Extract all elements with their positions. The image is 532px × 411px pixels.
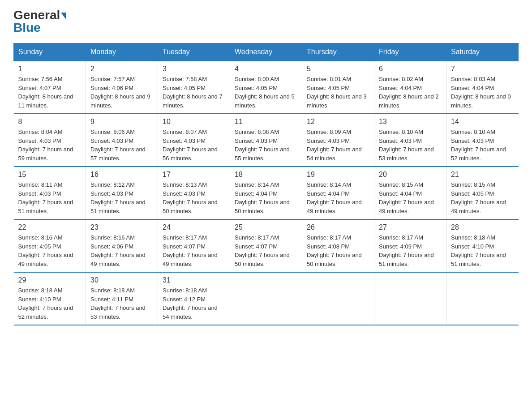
day-number: 28 bbox=[451, 223, 514, 231]
day-info: Sunrise: 8:13 AMSunset: 4:03 PMDaylight:… bbox=[163, 180, 225, 215]
day-cell: 18 Sunrise: 8:14 AMSunset: 4:04 PMDaylig… bbox=[230, 167, 302, 219]
day-info: Sunrise: 8:11 AMSunset: 4:03 PMDaylight:… bbox=[18, 180, 82, 215]
day-cell: 16 Sunrise: 8:12 AMSunset: 4:03 PMDaylig… bbox=[86, 167, 158, 219]
day-cell: 10 Sunrise: 8:07 AMSunset: 4:03 PMDaylig… bbox=[158, 114, 230, 167]
day-cell: 8 Sunrise: 8:04 AMSunset: 4:03 PMDayligh… bbox=[14, 114, 86, 167]
week-row-4: 22 Sunrise: 8:16 AMSunset: 4:05 PMDaylig… bbox=[14, 219, 519, 272]
day-cell: 19 Sunrise: 8:14 AMSunset: 4:04 PMDaylig… bbox=[302, 167, 374, 219]
day-number: 8 bbox=[18, 118, 82, 126]
day-number: 14 bbox=[451, 118, 514, 126]
day-info: Sunrise: 8:15 AMSunset: 4:04 PMDaylight:… bbox=[379, 180, 442, 215]
day-number: 13 bbox=[379, 118, 442, 126]
day-info: Sunrise: 8:16 AMSunset: 4:05 PMDaylight:… bbox=[18, 233, 82, 268]
day-cell: 31 Sunrise: 8:18 AMSunset: 4:12 PMDaylig… bbox=[158, 272, 230, 325]
day-info: Sunrise: 8:17 AMSunset: 4:07 PMDaylight:… bbox=[163, 233, 225, 268]
logo-line1: General bbox=[13, 9, 66, 21]
day-number: 3 bbox=[163, 65, 225, 73]
day-info: Sunrise: 8:14 AMSunset: 4:04 PMDaylight:… bbox=[307, 180, 369, 215]
day-info: Sunrise: 8:12 AMSunset: 4:03 PMDaylight:… bbox=[90, 180, 153, 215]
day-number: 17 bbox=[163, 171, 225, 179]
day-cell: 26 Sunrise: 8:17 AMSunset: 4:08 PMDaylig… bbox=[302, 219, 374, 272]
calendar-table: SundayMondayTuesdayWednesdayThursdayFrid… bbox=[13, 43, 519, 325]
day-cell: 22 Sunrise: 8:16 AMSunset: 4:05 PMDaylig… bbox=[14, 219, 86, 272]
day-number: 27 bbox=[379, 223, 442, 231]
day-number: 6 bbox=[379, 65, 442, 73]
day-info: Sunrise: 8:18 AMSunset: 4:10 PMDaylight:… bbox=[451, 233, 514, 268]
day-header-monday: Monday bbox=[86, 43, 158, 61]
day-number: 31 bbox=[163, 276, 225, 284]
day-cell: 24 Sunrise: 8:17 AMSunset: 4:07 PMDaylig… bbox=[158, 219, 230, 272]
day-cell: 4 Sunrise: 8:00 AMSunset: 4:05 PMDayligh… bbox=[230, 61, 302, 114]
day-number: 4 bbox=[235, 65, 297, 73]
day-cell: 2 Sunrise: 7:57 AMSunset: 4:06 PMDayligh… bbox=[86, 61, 158, 114]
day-cell: 5 Sunrise: 8:01 AMSunset: 4:05 PMDayligh… bbox=[302, 61, 374, 114]
logo-line2: Blue bbox=[13, 21, 41, 34]
days-header-row: SundayMondayTuesdayWednesdayThursdayFrid… bbox=[14, 43, 519, 61]
day-info: Sunrise: 8:10 AMSunset: 4:03 PMDaylight:… bbox=[379, 128, 442, 163]
day-cell bbox=[302, 272, 374, 325]
day-info: Sunrise: 8:18 AMSunset: 4:10 PMDaylight:… bbox=[18, 286, 82, 321]
day-number: 15 bbox=[18, 171, 82, 179]
day-cell bbox=[374, 272, 446, 325]
day-cell: 15 Sunrise: 8:11 AMSunset: 4:03 PMDaylig… bbox=[14, 167, 86, 219]
day-number: 30 bbox=[90, 276, 153, 284]
day-number: 25 bbox=[235, 223, 297, 231]
day-header-tuesday: Tuesday bbox=[158, 43, 230, 61]
day-cell bbox=[446, 272, 519, 325]
week-row-3: 15 Sunrise: 8:11 AMSunset: 4:03 PMDaylig… bbox=[14, 167, 519, 219]
day-info: Sunrise: 8:18 AMSunset: 4:11 PMDaylight:… bbox=[90, 286, 153, 321]
day-number: 19 bbox=[307, 171, 369, 179]
day-cell: 21 Sunrise: 8:15 AMSunset: 4:05 PMDaylig… bbox=[446, 167, 519, 219]
day-info: Sunrise: 8:10 AMSunset: 4:03 PMDaylight:… bbox=[451, 128, 514, 163]
day-header-saturday: Saturday bbox=[446, 43, 519, 61]
day-number: 22 bbox=[18, 223, 82, 231]
page-header: General Blue bbox=[13, 9, 519, 34]
day-cell: 25 Sunrise: 8:17 AMSunset: 4:07 PMDaylig… bbox=[230, 219, 302, 272]
day-info: Sunrise: 8:00 AMSunset: 4:05 PMDaylight:… bbox=[235, 75, 297, 110]
day-number: 10 bbox=[163, 118, 225, 126]
day-info: Sunrise: 8:18 AMSunset: 4:12 PMDaylight:… bbox=[163, 286, 225, 321]
day-cell: 28 Sunrise: 8:18 AMSunset: 4:10 PMDaylig… bbox=[446, 219, 519, 272]
day-cell: 29 Sunrise: 8:18 AMSunset: 4:10 PMDaylig… bbox=[14, 272, 86, 325]
day-cell: 9 Sunrise: 8:06 AMSunset: 4:03 PMDayligh… bbox=[86, 114, 158, 167]
day-info: Sunrise: 8:08 AMSunset: 4:03 PMDaylight:… bbox=[235, 128, 297, 163]
day-cell: 11 Sunrise: 8:08 AMSunset: 4:03 PMDaylig… bbox=[230, 114, 302, 167]
day-header-friday: Friday bbox=[374, 43, 446, 61]
day-info: Sunrise: 8:01 AMSunset: 4:05 PMDaylight:… bbox=[307, 75, 369, 110]
day-cell: 14 Sunrise: 8:10 AMSunset: 4:03 PMDaylig… bbox=[446, 114, 519, 167]
day-cell: 30 Sunrise: 8:18 AMSunset: 4:11 PMDaylig… bbox=[86, 272, 158, 325]
day-cell: 13 Sunrise: 8:10 AMSunset: 4:03 PMDaylig… bbox=[374, 114, 446, 167]
day-number: 5 bbox=[307, 65, 369, 73]
day-number: 21 bbox=[451, 171, 514, 179]
day-header-wednesday: Wednesday bbox=[230, 43, 302, 61]
day-number: 18 bbox=[235, 171, 297, 179]
day-number: 23 bbox=[90, 223, 153, 231]
day-info: Sunrise: 8:15 AMSunset: 4:05 PMDaylight:… bbox=[451, 180, 514, 215]
day-number: 7 bbox=[451, 65, 514, 73]
day-number: 26 bbox=[307, 223, 369, 231]
day-number: 16 bbox=[90, 171, 153, 179]
day-number: 9 bbox=[90, 118, 153, 126]
day-cell bbox=[230, 272, 302, 325]
day-cell: 3 Sunrise: 7:58 AMSunset: 4:05 PMDayligh… bbox=[158, 61, 230, 114]
day-number: 1 bbox=[18, 65, 82, 73]
day-number: 11 bbox=[235, 118, 297, 126]
week-row-5: 29 Sunrise: 8:18 AMSunset: 4:10 PMDaylig… bbox=[14, 272, 519, 325]
day-cell: 20 Sunrise: 8:15 AMSunset: 4:04 PMDaylig… bbox=[374, 167, 446, 219]
day-number: 20 bbox=[379, 171, 442, 179]
day-info: Sunrise: 8:14 AMSunset: 4:04 PMDaylight:… bbox=[235, 180, 297, 215]
day-info: Sunrise: 8:17 AMSunset: 4:07 PMDaylight:… bbox=[235, 233, 297, 268]
day-cell: 6 Sunrise: 8:02 AMSunset: 4:04 PMDayligh… bbox=[374, 61, 446, 114]
day-header-thursday: Thursday bbox=[302, 43, 374, 61]
day-header-sunday: Sunday bbox=[14, 43, 86, 61]
day-number: 29 bbox=[18, 276, 82, 284]
day-info: Sunrise: 8:06 AMSunset: 4:03 PMDaylight:… bbox=[90, 128, 153, 163]
day-info: Sunrise: 8:07 AMSunset: 4:03 PMDaylight:… bbox=[163, 128, 225, 163]
day-cell: 12 Sunrise: 8:09 AMSunset: 4:03 PMDaylig… bbox=[302, 114, 374, 167]
week-row-1: 1 Sunrise: 7:56 AMSunset: 4:07 PMDayligh… bbox=[14, 61, 519, 114]
day-info: Sunrise: 7:57 AMSunset: 4:06 PMDaylight:… bbox=[90, 75, 153, 110]
day-number: 12 bbox=[307, 118, 369, 126]
day-info: Sunrise: 8:16 AMSunset: 4:06 PMDaylight:… bbox=[90, 233, 153, 268]
day-info: Sunrise: 8:04 AMSunset: 4:03 PMDaylight:… bbox=[18, 128, 82, 163]
day-cell: 27 Sunrise: 8:17 AMSunset: 4:09 PMDaylig… bbox=[374, 219, 446, 272]
